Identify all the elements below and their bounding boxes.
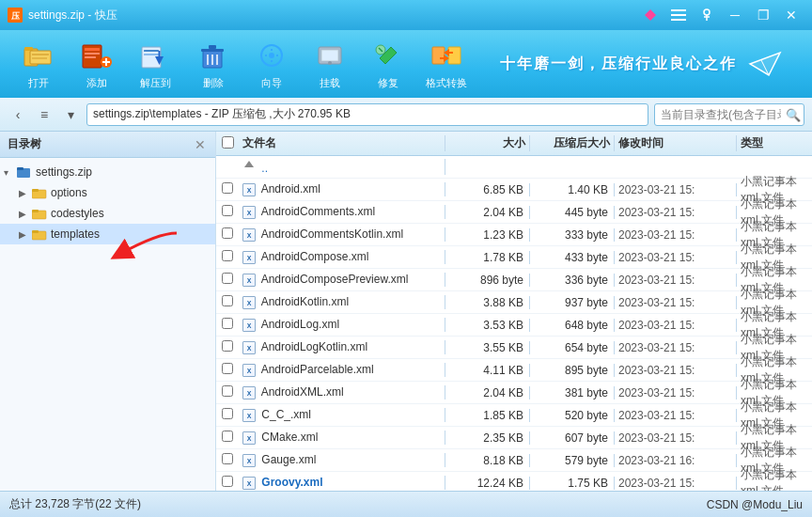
file-row[interactable]: X AndroidParcelable.xml 4.11 KB 895 byte… [216,359,812,382]
file-row[interactable]: X AndroidLogKotlin.xml 3.55 KB 654 byte … [216,337,812,359]
svg-marker-2 [645,9,656,21]
tree-area: ▾ settings.zip ▶ [0,158,215,491]
xml-file-icon: X [242,274,256,287]
file-row[interactable]: X AndroidLog.xml 3.53 KB 648 byte 2023-0… [216,314,812,337]
sidebar-title: 目录树 [8,136,187,152]
toolbar-add[interactable]: 添加 [70,36,124,92]
col-compressed-header[interactable]: 压缩后大小 [530,135,615,151]
col-check-header [216,136,239,151]
file-table-body: .. X Android.xml 6.85 KB 1.40 KB 2023-03… [216,156,812,491]
extract-icon [138,39,172,72]
svg-rect-27 [201,49,224,52]
sidebar-close-button[interactable]: ✕ [193,137,208,152]
close-button[interactable]: ✕ [778,6,804,24]
svg-rect-28 [209,45,216,49]
col-date-header[interactable]: 修改时间 [615,135,737,151]
title-bar: 压 settings.zip - 快压 ─ ❐ ✕ [0,0,812,30]
tree-item-codestyles[interactable]: ▶ codestyles [0,203,215,224]
file-row[interactable]: X C_C_.xml 1.85 KB 520 byte 2023-03-21 1… [216,404,812,427]
toolbar-mount[interactable]: 挂载 [303,36,357,92]
search-icon[interactable]: 🔍 [786,107,801,121]
svg-marker-57 [244,161,254,167]
xml-file-icon: X [242,206,256,219]
xml-file-icon: X [242,319,256,332]
convert-icon [429,39,463,72]
svg-rect-50 [17,167,23,170]
toolbar-convert[interactable]: 格式转换 [419,36,474,92]
svg-rect-54 [32,210,39,212]
toolbar-repair[interactable]: 修复 [361,36,415,92]
svg-rect-10 [24,47,33,51]
minimize-button[interactable]: ─ [722,6,748,24]
repair-icon [371,39,405,72]
file-row[interactable]: X AndroidXML.xml 2.04 KB 381 byte 2023-0… [216,382,812,404]
svg-rect-22 [144,50,159,52]
toolbar-delete[interactable]: 删除 [186,36,241,92]
tree-item-templates[interactable]: ▶ templates [0,224,215,244]
address-input[interactable] [86,103,648,126]
file-row[interactable]: X AndroidKotlin.xml 3.88 KB 937 byte 202… [216,291,812,314]
svg-point-37 [269,53,274,58]
file-row[interactable]: X Groovy.xml 12.24 KB 1.75 KB 2023-03-21… [216,472,812,491]
window-controls: ─ ❐ ✕ [637,6,804,24]
svg-rect-3 [671,9,686,11]
open-label: 打开 [28,76,49,90]
tree-arrow-root: ▾ [4,167,17,178]
search-wrap: 🔍 [654,103,804,126]
convert-label: 格式转换 [426,76,467,90]
xml-file-icon: X [242,364,256,377]
file-row[interactable]: X AndroidCommentsKotlin.xml 1.23 KB 333 … [216,224,812,246]
xml-file-icon: X [242,183,256,196]
col-name-header[interactable]: 文件名 [239,135,445,151]
pin-button[interactable] [694,6,720,24]
svg-rect-40 [322,51,337,60]
address-bar: ‹ ≡ ▾ 🔍 [0,98,812,132]
file-row-parent[interactable]: .. [216,156,812,179]
toolbar: 打开 添加 解压到 [0,30,812,98]
tree-label-templates: templates [51,227,100,241]
file-row[interactable]: X Android.xml 6.85 KB 1.40 KB 2023-03-21… [216,179,812,201]
nav-dropdown-button[interactable]: ▾ [60,104,81,125]
svg-rect-4 [671,14,686,16]
mount-label: 挂载 [320,76,340,90]
restore-button[interactable]: ❐ [750,6,776,24]
col-size-header[interactable]: 大小 [445,135,530,151]
status-bar: 总计 23,728 字节(22 文件) CSDN @Modu_Liu [0,491,812,517]
svg-point-41 [328,61,332,65]
slogan-text: 十年磨一剑，压缩行业良心之作 [500,55,737,74]
tree-item-root[interactable]: ▾ settings.zip [0,162,215,182]
search-input[interactable] [654,103,804,126]
parent-icon [242,159,256,172]
file-row[interactable]: X CMake.xml 2.35 KB 607 byte 2023-03-21 … [216,427,812,449]
tree-arrow-templates: ▶ [19,229,32,240]
toolbar-wizard[interactable]: 向导 [244,36,299,92]
wizard-icon [255,39,289,72]
menu-icon[interactable] [665,6,692,24]
nav-list-button[interactable]: ≡ [34,104,55,125]
svg-rect-45 [448,47,461,64]
nav-back-button[interactable]: ‹ [8,104,28,125]
tree-label-codestyles: codestyles [51,207,104,220]
diamond-icon[interactable] [637,6,664,24]
file-row[interactable]: X AndroidComposePreview.xml 896 byte 336… [216,269,812,291]
xml-file-icon: X [242,477,256,490]
xml-file-icon: X [242,296,256,309]
tree-item-options[interactable]: ▶ options [0,182,215,203]
col-type-header[interactable]: 类型 [737,135,812,151]
toolbar-open[interactable]: 打开 [11,36,66,92]
svg-rect-17 [85,56,96,58]
folder-options-icon [32,186,47,199]
file-row[interactable]: X AndroidCompose.xml 1.78 KB 433 byte 20… [216,246,812,269]
app-icon: 压 [8,8,23,23]
xml-file-icon: X [242,386,256,400]
tree-arrow-codestyles: ▶ [19,209,32,219]
extract-label: 解压到 [140,76,171,90]
file-row[interactable]: X AndroidComments.xml 2.04 KB 445 byte 2… [216,201,812,224]
toolbar-extract[interactable]: 解压到 [128,36,182,92]
xml-file-icon: X [242,431,256,445]
tree-arrow-options: ▶ [19,188,32,198]
select-all-checkbox[interactable] [222,136,234,149]
file-row[interactable]: X Gauge.xml 8.18 KB 579 byte 2023-03-21 … [216,449,812,472]
delete-label: 删除 [203,76,224,90]
wizard-label: 向导 [261,76,282,90]
